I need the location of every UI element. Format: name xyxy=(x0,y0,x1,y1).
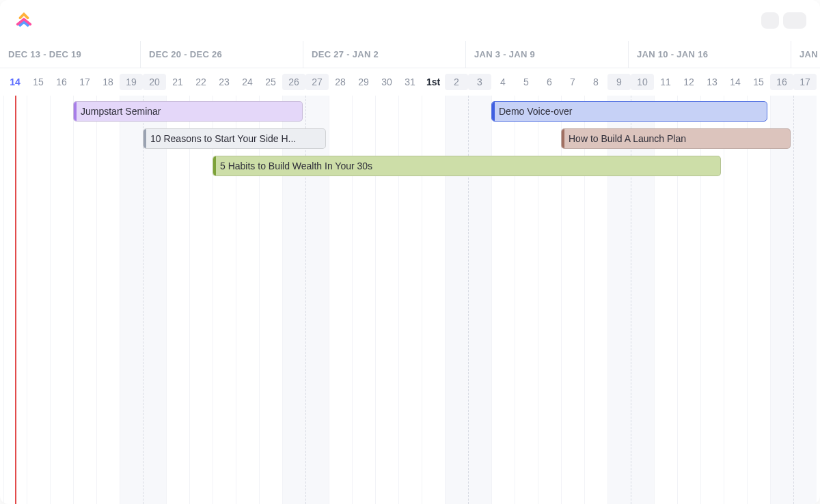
day-cell[interactable]: 30 xyxy=(375,74,398,90)
day-cell[interactable]: 10 xyxy=(631,74,654,90)
task-bar[interactable]: Demo Voice-over xyxy=(491,101,767,122)
grid-column xyxy=(50,96,73,504)
grid-column xyxy=(747,96,770,504)
day-cell[interactable]: 25 xyxy=(259,74,282,90)
day-cell[interactable]: 1st xyxy=(422,74,445,90)
topbar-button-2[interactable] xyxy=(783,12,806,29)
day-cell[interactable]: 3 xyxy=(468,74,491,90)
grid-column xyxy=(166,96,189,504)
grid-column xyxy=(770,96,793,504)
day-cell[interactable]: 29 xyxy=(352,74,375,90)
week-label[interactable]: JAN xyxy=(791,41,820,68)
grid-column xyxy=(793,96,817,504)
task-bar[interactable]: 5 Habits to Build Wealth In Your 30s xyxy=(213,156,721,176)
task-bar[interactable]: How to Build A Launch Plan xyxy=(561,128,791,149)
day-cell[interactable]: 17 xyxy=(73,74,96,90)
topbar-button-1[interactable] xyxy=(761,12,779,29)
today-indicator xyxy=(15,96,16,504)
grid-column xyxy=(724,96,747,504)
day-cell[interactable]: 17 xyxy=(793,74,817,90)
week-label[interactable]: DEC 13 - DEC 19 xyxy=(0,41,140,68)
app-logo[interactable] xyxy=(14,10,34,31)
day-cell[interactable]: 28 xyxy=(329,74,352,90)
day-cell[interactable]: 9 xyxy=(607,74,631,90)
day-cell[interactable]: 26 xyxy=(282,74,305,90)
day-cell[interactable]: 8 xyxy=(584,74,607,90)
day-cell[interactable]: 22 xyxy=(189,74,213,90)
week-label[interactable]: JAN 10 - JAN 16 xyxy=(628,41,791,68)
timeline-chart[interactable]: Jumpstart Seminar10 Reasons to Start You… xyxy=(0,96,820,504)
day-cell[interactable]: 6 xyxy=(538,74,561,90)
grid-column xyxy=(27,96,50,504)
topbar xyxy=(0,0,820,41)
day-cell[interactable]: 2 xyxy=(445,74,468,90)
day-cell[interactable]: 14 xyxy=(3,74,27,90)
day-cell[interactable]: 14 xyxy=(724,74,747,90)
week-label[interactable]: JAN 3 - JAN 9 xyxy=(465,41,628,68)
day-cell[interactable]: 15 xyxy=(747,74,770,90)
grid-column xyxy=(73,96,96,504)
day-cell[interactable]: 15 xyxy=(27,74,50,90)
grid-column xyxy=(120,96,143,504)
day-cell[interactable]: 4 xyxy=(491,74,515,90)
day-cell[interactable]: 11 xyxy=(654,74,677,90)
topbar-actions xyxy=(761,12,806,29)
grid-column xyxy=(143,96,166,504)
day-cell[interactable]: 16 xyxy=(50,74,73,90)
day-cell[interactable]: 16 xyxy=(770,74,793,90)
week-label[interactable]: DEC 20 - DEC 26 xyxy=(140,41,303,68)
grid-column xyxy=(96,96,120,504)
day-cell[interactable]: 24 xyxy=(236,74,259,90)
day-cell[interactable]: 21 xyxy=(166,74,189,90)
grid-column xyxy=(189,96,213,504)
day-cell[interactable]: 18 xyxy=(96,74,120,90)
task-bar[interactable]: Jumpstart Seminar xyxy=(73,101,303,122)
day-cell[interactable]: 31 xyxy=(398,74,422,90)
day-cell[interactable]: 20 xyxy=(143,74,166,90)
day-cell[interactable]: 13 xyxy=(700,74,724,90)
day-cell[interactable]: 19 xyxy=(120,74,143,90)
day-header: 1415161718192021222324252627282930311st2… xyxy=(0,68,820,96)
task-title: Jumpstart Seminar xyxy=(81,106,161,117)
clickup-logo-icon xyxy=(14,10,34,31)
day-cell[interactable]: 12 xyxy=(677,74,700,90)
task-title: How to Build A Launch Plan xyxy=(569,133,686,144)
task-bar[interactable]: 10 Reasons to Start Your Side H... xyxy=(143,128,326,149)
day-cell[interactable]: 7 xyxy=(561,74,584,90)
task-title: 10 Reasons to Start Your Side H... xyxy=(150,133,296,144)
task-title: 5 Habits to Build Wealth In Your 30s xyxy=(220,160,372,171)
day-cell[interactable]: 5 xyxy=(515,74,538,90)
task-title: Demo Voice-over xyxy=(499,106,572,117)
week-header: DEC 13 - DEC 19DEC 20 - DEC 26DEC 27 - J… xyxy=(0,41,820,68)
day-cell[interactable]: 23 xyxy=(213,74,236,90)
week-label[interactable]: DEC 27 - JAN 2 xyxy=(303,41,465,68)
day-cell[interactable]: 27 xyxy=(305,74,329,90)
